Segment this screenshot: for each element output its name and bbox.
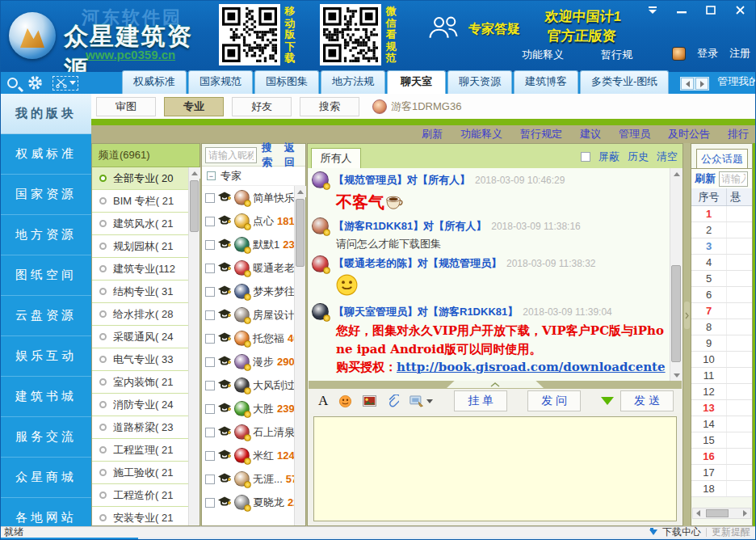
channel-row[interactable]: 给水排水( 28	[92, 303, 188, 326]
strip-link-4[interactable]: 建议	[580, 127, 601, 141]
chat-splitter[interactable]	[309, 381, 682, 389]
topic-row[interactable]: 12	[691, 384, 752, 400]
topic-row[interactable]: 3	[691, 238, 752, 255]
user-checkbox[interactable]	[205, 404, 215, 414]
topic-row[interactable]: 11	[691, 368, 752, 384]
sidebar-item-10[interactable]: 众星商城	[1, 458, 91, 498]
strip-link-3[interactable]: 暂行规定	[520, 127, 562, 141]
image-icon[interactable]	[363, 395, 376, 407]
user-row[interactable]: 大风刮过	[202, 373, 294, 397]
main-tab-1[interactable]: 权威标准	[122, 70, 187, 94]
topic-row[interactable]: 18	[691, 481, 752, 497]
user-row[interactable]: 无涯...57	[202, 467, 294, 491]
topics-hscrollbar[interactable]	[692, 508, 751, 519]
maximize-button[interactable]	[699, 2, 723, 17]
sidebar-item-11[interactable]: 各地网站	[1, 498, 91, 526]
nickname-search-input[interactable]	[205, 147, 257, 163]
message-input[interactable]	[313, 416, 677, 521]
user-row[interactable]: 默默1236	[202, 233, 294, 256]
channel-row[interactable]: 安装专业( 21	[92, 507, 188, 525]
window-menu-button[interactable]	[640, 2, 665, 17]
topic-row[interactable]: 15	[691, 432, 752, 449]
topic-row[interactable]: 10	[691, 352, 752, 368]
subtab-1[interactable]: 审图	[96, 97, 156, 116]
topic-row[interactable]: 14	[691, 416, 752, 432]
main-tab-4[interactable]: 地方法规	[321, 70, 385, 94]
topics-refresh-link[interactable]: 刷新	[695, 171, 716, 186]
history-link[interactable]: 历史	[628, 150, 649, 164]
minimize-button[interactable]	[670, 2, 694, 17]
manage-sections-link[interactable]: 管理我的版块	[717, 74, 756, 89]
topic-row[interactable]: 4	[691, 255, 752, 271]
main-tab-5[interactable]: 聊天室	[387, 70, 446, 94]
sidebar-item-7[interactable]: 娱乐互动	[1, 336, 91, 377]
user-row[interactable]: 夏晓龙22	[202, 491, 294, 514]
sidebar-item-9[interactable]: 服务交流	[1, 417, 91, 458]
channel-row[interactable]: 结构专业( 31	[92, 281, 188, 303]
user-checkbox[interactable]	[205, 428, 215, 437]
topic-row[interactable]: 2	[691, 222, 752, 238]
main-tab-3[interactable]: 国标图集	[254, 70, 319, 94]
tab-scroll-right-button[interactable]	[695, 78, 708, 90]
sidebar-item-8[interactable]: 建筑书城	[1, 377, 91, 417]
chat-scrollbar[interactable]	[670, 168, 682, 381]
search-icon[interactable]	[7, 78, 18, 88]
attachment-icon[interactable]	[387, 394, 399, 408]
channel-row[interactable]: 工程造价( 21	[92, 484, 188, 507]
user-back-button[interactable]: 返回	[284, 141, 302, 170]
strip-link-7[interactable]: 排行	[728, 127, 749, 141]
user-checkbox[interactable]	[205, 451, 215, 461]
user-row[interactable]: 房屋设计4	[202, 303, 294, 327]
tree-collapse-icon[interactable]: −	[207, 171, 216, 180]
channel-row[interactable]: 规划园林( 21	[92, 235, 188, 258]
tab-everyone[interactable]: 所有人	[311, 148, 361, 168]
user-checkbox[interactable]	[205, 240, 215, 250]
user-checkbox[interactable]	[205, 475, 215, 484]
user-row[interactable]: 简单快乐	[202, 186, 294, 209]
user-row[interactable]: 米红1241	[202, 444, 294, 467]
sidebar-item-6[interactable]: 云盘资源	[1, 296, 91, 336]
channel-row[interactable]: 电气专业( 33	[92, 348, 188, 371]
user-group-expert[interactable]: − 专家	[202, 167, 305, 186]
topic-row[interactable]: 16	[691, 449, 752, 465]
screen-capture-icon[interactable]	[410, 395, 433, 407]
topic-row[interactable]: 6	[691, 287, 752, 303]
send-options-icon[interactable]	[601, 397, 614, 405]
function-help-link[interactable]: 功能释义	[522, 48, 564, 62]
channel-row[interactable]: 工程监理( 21	[92, 439, 188, 462]
main-tab-2[interactable]: 国家规范	[188, 70, 253, 94]
topic-row[interactable]: 13	[691, 400, 752, 416]
user-search-button[interactable]: 搜索	[262, 141, 279, 170]
strip-link-6[interactable]: 及时公告	[668, 127, 710, 141]
strip-link-5[interactable]: 管理员	[619, 127, 650, 141]
sidebar-item-2[interactable]: 权威标准	[1, 134, 91, 175]
topic-row[interactable]: 5	[691, 271, 752, 287]
topic-row[interactable]: 9	[691, 335, 752, 352]
ask-question-button[interactable]: 发 问	[527, 390, 581, 411]
user-checkbox[interactable]	[205, 357, 215, 367]
main-tab-7[interactable]: 建筑博客	[514, 70, 578, 94]
strip-link-1[interactable]: 刷新	[422, 127, 443, 141]
tab-public-topics[interactable]: 公众话题	[696, 149, 748, 168]
channel-row[interactable]: 消防专业( 24	[92, 394, 188, 416]
apps-grid-icon[interactable]	[88, 77, 101, 90]
channel-row[interactable]: 室内装饰( 21	[92, 371, 188, 394]
channel-row[interactable]: 施工验收( 21	[92, 462, 188, 484]
user-scrollbar[interactable]	[294, 186, 305, 525]
user-row[interactable]: 大胜2395	[202, 397, 294, 420]
send-button[interactable]: 发 送	[620, 390, 674, 411]
emoticon-icon[interactable]	[338, 394, 352, 408]
user-checkbox[interactable]	[205, 217, 215, 226]
user-checkbox[interactable]	[205, 193, 215, 203]
panel-splitter[interactable]	[683, 143, 691, 526]
user-row[interactable]: 梦来梦往4	[202, 280, 294, 303]
font-icon[interactable]: A	[318, 393, 328, 409]
login-link[interactable]: 登录	[697, 46, 718, 61]
subtab-3[interactable]: 好友	[232, 97, 292, 116]
channel-row[interactable]: 建筑风水( 21	[92, 213, 188, 235]
subtab-2[interactable]: 专业	[164, 97, 224, 116]
main-tab-6[interactable]: 聊天资源	[447, 70, 512, 94]
expert-qa[interactable]: 专家答疑	[426, 15, 520, 43]
topic-row[interactable]: 8	[691, 319, 752, 335]
screenshot-icon[interactable]	[52, 76, 78, 91]
